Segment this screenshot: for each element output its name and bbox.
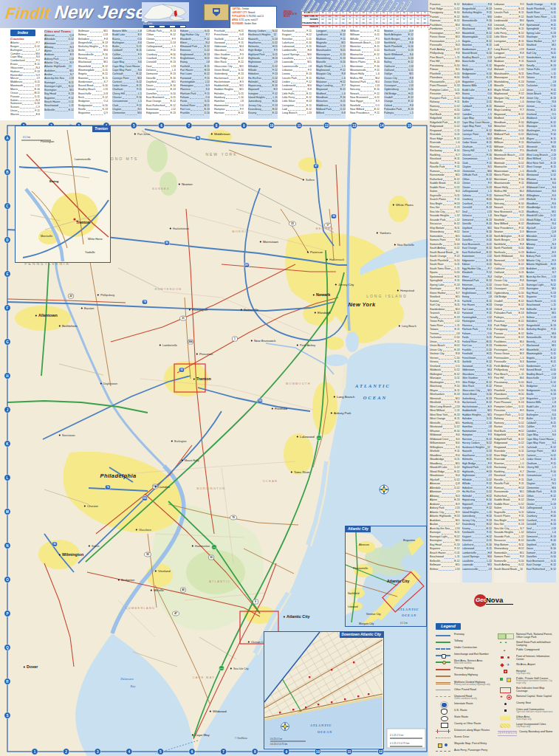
legend-item: Cities and CommunitiesType size indicate… — [498, 708, 554, 713]
svg-text:Q: Q — [6, 646, 9, 650]
svg-text:7: 7 — [222, 750, 224, 754]
index-entry: New ProvidenceF-11 — [350, 111, 380, 115]
svg-text:31: 31 — [182, 317, 185, 320]
legend-item: Tollway — [436, 639, 496, 645]
svg-text:Morristown: Morristown — [263, 240, 279, 244]
svg-text:NEW YORK: NEW YORK — [205, 152, 237, 157]
legend-item: County or Other Route — [436, 722, 496, 727]
index-entry: East RutherfordE-12 — [527, 568, 557, 572]
capital-icon — [498, 695, 514, 699]
legend-left-column: FreewayTollwayUnder ConstructionIntercha… — [436, 633, 496, 755]
svg-text:Margate City: Margate City — [359, 622, 374, 625]
index-entry: HarrisonE-12 — [214, 111, 244, 115]
index-column: KenilworthF-11KeyportH-12KinnelonD-11Lak… — [282, 30, 312, 119]
mileage-column: NEW BRUNSWICK — [356, 1, 362, 11]
legend-item: Point of Interest, Information Center — [498, 655, 554, 661]
index-column: BelvidereF-8BergenfieldE-13Berkeley Heig… — [462, 3, 493, 583]
svg-text:Toms River: Toms River — [294, 470, 310, 474]
construction-icon — [436, 647, 452, 651]
state-seal — [213, 8, 220, 16]
svg-text:Delaware: Delaware — [120, 677, 134, 681]
svg-text:Camden: Camden — [158, 485, 171, 489]
index-title: Index — [10, 30, 35, 36]
svg-text:40: 40 — [182, 588, 185, 591]
interchange-icon — [436, 653, 452, 658]
legend-item: National Capital, State Capital — [498, 695, 554, 700]
legend-item: County Seat — [498, 701, 554, 707]
index-entry: WarrenE-8 — [10, 113, 40, 117]
svg-text:Hammonton: Hammonton — [195, 545, 210, 548]
campground-icon — [498, 649, 514, 653]
svg-text:G: G — [6, 340, 9, 344]
mileage-column: CAMDEN — [313, 1, 319, 11]
svg-text:78: 78 — [143, 300, 146, 303]
svg-text:S: S — [6, 714, 8, 718]
multilane-icon — [436, 681, 452, 685]
legend-item: Secondary Highway — [436, 673, 496, 678]
svg-text:Glassboro: Glassboro — [139, 529, 151, 532]
index-column: Harvey CedarsN-12Hasbrouck HeightsE-12Ha… — [248, 30, 278, 119]
mileage-column: MORRISTOWN — [343, 1, 349, 11]
svg-text:Doylestown: Doylestown — [103, 382, 117, 385]
svg-text:MORRIS: MORRIS — [232, 230, 250, 233]
svg-text:Linwood: Linwood — [348, 605, 357, 608]
index-column: LebanonF-9LeoniaE-13Lincoln ParkE-11Lind… — [494, 3, 524, 583]
mileage-column: ELIZABETH — [326, 1, 332, 11]
svg-text:11: 11 — [348, 750, 351, 754]
county-list: AtlanticP-7BergenD-12BurlingtonL-7Camden… — [10, 41, 40, 117]
insetbox-icon — [498, 687, 514, 692]
svg-text:New Brunswick: New Brunswick — [254, 339, 276, 343]
svg-text:Paterson: Paterson — [310, 250, 323, 254]
svg-text:New York: New York — [349, 301, 376, 308]
legend-right-column: National Park, National Forest, Other La… — [498, 633, 554, 738]
svg-text:Northfield: Northfield — [348, 592, 359, 595]
legend-item: State Route — [436, 715, 496, 721]
svg-text:Wilmington: Wilmington — [62, 552, 83, 557]
inset-downtown-ac: Downtown Atlantic City — [264, 631, 384, 749]
svg-text:3: 3 — [97, 750, 99, 754]
facts-box: CAPITAL: TrentonLARGEST CITY: NewarkPOPU… — [230, 6, 277, 30]
unpaved-icon — [436, 695, 452, 699]
index-entry: Long BranchJ-13 — [282, 111, 312, 115]
svg-text:23: 23 — [291, 222, 294, 225]
svg-text:HUNTERDON: HUNTERDON — [155, 288, 182, 291]
index-entry: ClementonM-6 — [112, 111, 142, 115]
svg-text:Burlington: Burlington — [174, 440, 187, 443]
index-entry: BelmarJ-13 — [430, 568, 460, 572]
svg-text:OCEAN: OCEAN — [402, 614, 416, 617]
legend-item: Distances along Major Routes — [436, 729, 496, 734]
svg-text:J: J — [7, 408, 9, 412]
svg-text:9: 9 — [243, 124, 245, 128]
svg-text:Lawrenceville: Lawrenceville — [75, 158, 91, 161]
index-column: Browns MillsL-8Budd LakeE-9BuenaO-6Burli… — [112, 30, 142, 119]
svg-text:Yardville: Yardville — [85, 251, 95, 254]
svg-text:70: 70 — [232, 516, 235, 519]
index-column: BellmawrM-5BelmarJ-13BelvidereF-8Bergenf… — [78, 30, 108, 119]
svg-text:Newark: Newark — [316, 292, 330, 297]
ferry-icon — [436, 749, 452, 754]
svg-text:1: 1 — [234, 337, 236, 340]
inset-ac-title: Atlantic City — [346, 526, 371, 532]
svg-text:Easton: Easton — [84, 306, 95, 310]
legend-title: Legend — [436, 623, 461, 630]
svg-text:CAPE MAY: CAPE MAY — [193, 676, 216, 679]
index-entry: BellevilleE-12 — [44, 109, 74, 112]
svg-text:ATLANTIC: ATLANTIC — [209, 580, 230, 583]
svg-text:Atlantic City: Atlantic City — [287, 614, 309, 619]
svg-text:Somerville: Somerville — [244, 308, 259, 312]
scenic-icon — [436, 736, 452, 740]
svg-text:9: 9 — [255, 600, 256, 603]
index-column: MillburnF-11MilltownG-11MillvilleP-5Monm… — [350, 30, 380, 119]
mileage-rows: ATLANTIC CITY985558479810789126107851151… — [301, 11, 442, 30]
mileage-column: TOMS RIVER — [386, 1, 392, 11]
legend-item: Primary Highway — [436, 667, 496, 672]
svg-text:Norristown: Norristown — [62, 434, 75, 437]
svg-text:N: N — [284, 725, 287, 728]
distance-icon — [436, 729, 452, 734]
svg-text:Jersey City: Jersey City — [338, 283, 354, 286]
index-column: South OrangeF-12South PlainfieldG-10Sout… — [527, 3, 557, 583]
svg-text:14: 14 — [380, 124, 384, 128]
header-scale-bar: 0 25 50 mi — [143, 23, 186, 27]
svg-text:Freehold: Freehold — [275, 407, 288, 410]
legend-item: Wayside Stop, Port of Entry — [436, 742, 496, 747]
